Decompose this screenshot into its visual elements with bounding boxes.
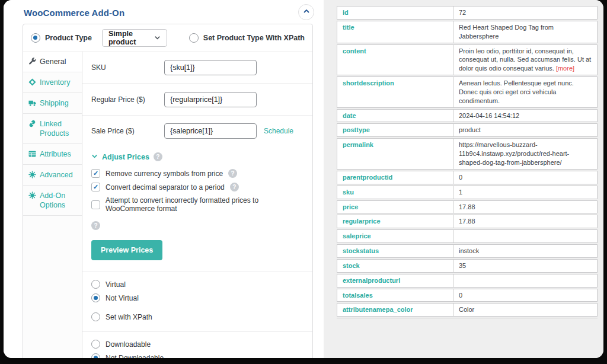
- more-link[interactable]: [more]: [556, 65, 574, 72]
- panel-title: WooCommerce Add-On: [24, 8, 314, 18]
- table-row-saleprice: saleprice: [337, 229, 598, 243]
- radio-option-virtual[interactable]: Virtual: [82, 277, 312, 291]
- table-row-permalink: permalinkhttps://marvellous-buzzard-11b9…: [337, 138, 598, 170]
- radio-option-downloadable[interactable]: Downloadable: [82, 337, 312, 351]
- field-key: content: [337, 45, 453, 75]
- field-value: 17.88: [453, 215, 597, 228]
- checkbox-checked[interactable]: ✓: [91, 183, 100, 191]
- help-icon[interactable]: ?: [230, 183, 239, 191]
- table-row-stockstatus: stockstatusinstock: [337, 244, 598, 258]
- field-key: id: [337, 7, 453, 19]
- table-row-parentproductid: parentproductid0: [337, 171, 598, 184]
- field-value: Aenean lectus. Pellentesque eget nunc. D…: [453, 77, 597, 107]
- collapse-panel-button[interactable]: [298, 4, 314, 20]
- schedule-link[interactable]: Schedule: [264, 127, 293, 135]
- checkbox-row-convert-decimal-separator-to-a: ✓Convert decimal separator to a period?: [82, 180, 312, 194]
- preview-prices-button[interactable]: Preview Prices: [91, 240, 162, 260]
- field-key: posttype: [337, 124, 453, 136]
- help-icon[interactable]: ?: [91, 221, 100, 230]
- help-row: ?: [82, 215, 312, 230]
- chevron-up-icon: [303, 8, 310, 17]
- sale-price-label: Sale Price ($): [91, 127, 164, 135]
- checkbox-checked[interactable]: ✓: [91, 169, 100, 178]
- field-row-regular-price: Regular Price ($): [82, 84, 312, 116]
- radio-label: Virtual: [106, 280, 126, 289]
- radio-unselected[interactable]: [91, 340, 100, 349]
- table-row-sku: sku1: [337, 186, 598, 199]
- panel-header: WooCommerce Add-On: [4, 0, 324, 23]
- radio-group-virtual: VirtualNot VirtualSet with XPath: [82, 272, 312, 331]
- checkbox-row-remove-currency-symbols-from-p: ✓Remove currency symbols from price?: [82, 167, 312, 180]
- checkbox-unchecked[interactable]: [91, 200, 100, 209]
- table-row-id: id72: [337, 6, 598, 20]
- product-type-label: Product Type: [45, 34, 92, 42]
- tab-general[interactable]: General: [23, 52, 82, 72]
- field-value: [453, 230, 597, 242]
- table-row-attributevaluepa_color: attributevaluepa_colorred: [337, 318, 598, 318]
- sale-price-input[interactable]: [164, 123, 257, 139]
- settings-body: GeneralInventoryShippingLinked ProductsA…: [23, 52, 312, 358]
- field-key: price: [337, 201, 453, 213]
- field-value: 1: [453, 186, 597, 199]
- field-value: Proin leo odio, porttitor id, consequat …: [453, 45, 597, 75]
- tab-attributes[interactable]: Attributes: [23, 144, 82, 165]
- table-row-stock: stock35: [337, 259, 598, 273]
- tab-linked-products[interactable]: Linked Products: [23, 114, 82, 144]
- sku-input[interactable]: [164, 60, 257, 75]
- table-row-attributenamepa_color: attributenamepa_colorColor: [337, 303, 598, 317]
- gear-icon: [28, 171, 36, 178]
- help-icon[interactable]: ?: [154, 152, 162, 161]
- radio-option-not-downloadable[interactable]: Not Downloadable: [82, 351, 312, 358]
- tab-label: Advanced: [40, 170, 73, 180]
- field-value: 17.88: [453, 201, 597, 213]
- gear-icon: [28, 191, 36, 199]
- select-value: Simple product: [108, 30, 154, 46]
- field-key: externalproducturl: [337, 274, 453, 287]
- field-value: 72: [453, 7, 597, 19]
- settings-tabs: GeneralInventoryShippingLinked ProductsA…: [23, 52, 82, 358]
- chevron-down-icon: [154, 33, 161, 43]
- product-type-radio[interactable]: [31, 33, 40, 43]
- field-key: title: [337, 21, 453, 43]
- table-row-externalproducturl: externalproducturl: [337, 274, 598, 288]
- help-icon[interactable]: ?: [228, 169, 237, 178]
- tab-label: General: [40, 57, 66, 66]
- field-value: product: [453, 124, 597, 136]
- table-icon: [28, 150, 36, 158]
- field-key: sku: [337, 186, 453, 199]
- table-row-posttype: posttypeproduct: [337, 123, 598, 137]
- radio-unselected[interactable]: [91, 280, 100, 289]
- tab-content-general: SKURegular Price ($)Sale Price ($)Schedu…: [82, 52, 312, 358]
- xpath-product-type-label: Set Product Type With XPath: [203, 34, 305, 42]
- field-row-sku: SKU: [82, 52, 312, 84]
- field-value: Color: [453, 304, 597, 316]
- tab-shipping[interactable]: Shipping: [23, 93, 82, 114]
- xpath-product-type-radio[interactable]: [189, 33, 199, 43]
- radio-option-set-with-xpath[interactable]: Set with XPath: [82, 310, 312, 324]
- wrench-icon: [28, 58, 36, 65]
- adjust-prices-label: Adjust Prices: [102, 153, 149, 161]
- tab-inventory[interactable]: Inventory: [23, 72, 82, 93]
- field-value: 35: [453, 260, 597, 272]
- radio-unselected[interactable]: [91, 312, 100, 321]
- tab-advanced[interactable]: Advanced: [23, 165, 82, 186]
- regular-price-input[interactable]: [164, 92, 257, 107]
- checkbox-row-attempt-to-convert-incorrectly: Attempt to convert incorrectly formatted…: [82, 194, 312, 215]
- radio-selected[interactable]: [91, 353, 100, 358]
- field-key: permalink: [337, 139, 453, 169]
- field-key: attributenamepa_color: [337, 304, 453, 316]
- table-row-shortdescription: shortdescriptionAenean lectus. Pellentes…: [337, 76, 598, 108]
- link-icon: [28, 120, 36, 127]
- product-type-select[interactable]: Simple product: [102, 29, 167, 47]
- chevron-down-icon: [91, 153, 98, 161]
- tab-label: Shipping: [40, 98, 69, 108]
- adjust-prices-toggle[interactable]: Adjust Prices ?: [82, 146, 312, 167]
- product-type-row: Product Type Simple product Set Product …: [23, 24, 312, 52]
- sku-label: SKU: [91, 63, 164, 72]
- radio-option-not-virtual[interactable]: Not Virtual: [82, 291, 312, 305]
- radio-selected[interactable]: [91, 293, 100, 302]
- radio-label: Set with XPath: [106, 313, 152, 321]
- woocommerce-addon-panel: WooCommerce Add-On Product Type Simple p…: [4, 0, 324, 358]
- inventory-icon: [28, 78, 36, 86]
- tab-add-on-options[interactable]: Add-On Options: [23, 186, 82, 216]
